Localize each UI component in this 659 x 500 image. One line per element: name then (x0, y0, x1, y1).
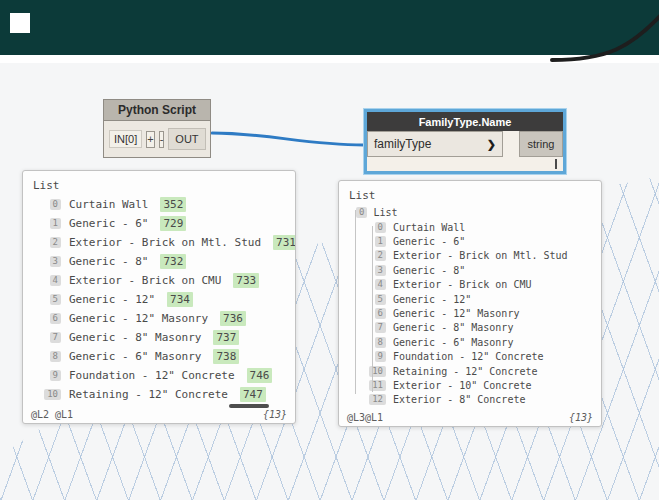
index-badge: 4 (50, 275, 61, 286)
item-label: Generic - 8" Masonry (393, 322, 513, 333)
node-python-body: IN[0] + - OUT (103, 121, 211, 158)
list-item: 1 Generic - 6" (339, 234, 601, 248)
node-python-header[interactable]: Python Script (103, 99, 211, 121)
preview-left-rows: 0 Curtain Wall 352 1 Generic - 6" 729 2 … (23, 195, 295, 404)
list-item: 0 Curtain Wall (339, 220, 601, 234)
remove-input-button[interactable]: - (159, 131, 165, 148)
levels-label: @L2 @L1 (31, 409, 73, 420)
sublist-header: 0 List (339, 205, 601, 220)
app-header-bar (0, 0, 659, 55)
list-item: 8 Generic - 6" Masonry (339, 335, 601, 349)
item-label: Exterior - 10" Concrete (393, 380, 531, 391)
count-label: {13} (569, 412, 593, 423)
node-python-script[interactable]: Python Script IN[0] + - OUT (103, 99, 211, 158)
item-label: Generic - 6" (69, 217, 148, 230)
index-badge: 0 (50, 199, 61, 210)
node-familytype-header[interactable]: FamilyType.Name (367, 112, 563, 131)
logo (10, 13, 30, 33)
item-label: Foundation - 12" Concrete (393, 351, 544, 362)
text-cursor-icon (555, 159, 557, 169)
familytype-output-port[interactable]: string (519, 131, 563, 157)
item-label: Retaining - 12" Concrete (393, 366, 538, 377)
item-value-badge: 746 (247, 368, 273, 383)
scrollbar-thumb[interactable] (229, 404, 269, 408)
index-badge: 5 (375, 294, 386, 305)
preview-bubble-left[interactable]: List 0 Curtain Wall 352 1 Generic - 6" 7… (22, 170, 296, 424)
list-item: 2 Exterior - Brick on Mtl. Stud 731 (23, 233, 295, 252)
index-badge: 9 (375, 351, 386, 362)
item-value-badge: 731 (273, 235, 296, 250)
item-label: Generic - 6" Masonry (393, 337, 513, 348)
index-badge: 7 (50, 332, 61, 343)
item-label: Generic - 8" (393, 265, 465, 276)
index-badge: 3 (50, 256, 61, 267)
list-item: 9 Foundation - 12" Concrete (339, 350, 601, 364)
item-label: Generic - 8" (69, 255, 148, 268)
preview-list-title: List (339, 181, 601, 205)
list-item: 6 Generic - 12" Masonry (339, 306, 601, 320)
preview-list-title: List (23, 171, 295, 195)
list-item: 3 Generic - 8" (339, 263, 601, 277)
item-label: Exterior - Brick on CMU (69, 274, 221, 287)
list-item: 10 Retaining - 12" Concrete (339, 364, 601, 378)
item-label: Exterior - 8" Concrete (393, 394, 525, 405)
item-value-badge: 732 (160, 254, 186, 269)
list-item: 6 Generic - 12" Masonry 736 (23, 309, 295, 328)
tree-line (355, 210, 356, 394)
count-label: {13} (263, 409, 287, 420)
item-label: Curtain Wall (393, 222, 465, 233)
index-badge: 6 (375, 308, 386, 319)
index-badge: 10 (44, 389, 61, 400)
preview-right-footer: @L3@L1 {13} (347, 412, 593, 423)
item-label: Generic - 8" Masonry (69, 331, 201, 344)
item-label: Generic - 6" Masonry (69, 350, 201, 363)
list-item: 11 Exterior - 10" Concrete (339, 378, 601, 392)
item-label: Generic - 12" (69, 293, 155, 306)
item-value-badge: 736 (220, 311, 246, 326)
python-output-port[interactable]: OUT (168, 128, 205, 150)
item-value-badge: 737 (213, 330, 239, 345)
chevron-right-icon[interactable]: ❯ (487, 138, 496, 151)
item-label: Exterior - Brick on Mtl. Stud (69, 236, 261, 249)
item-value-badge: 352 (160, 197, 186, 212)
list-item: 5 Generic - 12" 734 (23, 290, 295, 309)
tree-line (372, 226, 373, 392)
item-label: Foundation - 12" Concrete (69, 369, 235, 382)
familytype-input-port[interactable]: familyType ❯ (367, 131, 503, 157)
index-badge: 3 (375, 265, 386, 276)
index-badge: 8 (375, 337, 386, 348)
list-item: 4 Exterior - Brick on CMU (339, 278, 601, 292)
item-label: Exterior - Brick on Mtl. Stud (393, 250, 568, 261)
python-input-port[interactable]: IN[0] (109, 130, 142, 148)
item-label: Retaining - 12" Concrete (69, 388, 228, 401)
add-input-button[interactable]: + (146, 131, 154, 148)
item-label: Generic - 6" (393, 236, 465, 247)
list-item: 7 Generic - 8" Masonry (339, 321, 601, 335)
item-label: Generic - 12" Masonry (393, 308, 519, 319)
item-value-badge: 733 (233, 273, 259, 288)
node-familytype-name[interactable]: FamilyType.Name familyType ❯ string (364, 109, 566, 174)
index-badge: 0 (375, 222, 386, 233)
list-item: 7 Generic - 8" Masonry 737 (23, 328, 295, 347)
list-item: 10 Retaining - 12" Concrete 747 (23, 385, 295, 404)
list-item: 5 Generic - 12" (339, 292, 601, 306)
index-badge: 2 (375, 250, 386, 261)
index-badge: 2 (50, 237, 61, 248)
levels-label: @L3@L1 (347, 412, 383, 423)
list-item: 3 Generic - 8" 732 (23, 252, 295, 271)
item-label: Generic - 12" Masonry (69, 312, 208, 325)
index-badge: 8 (50, 351, 61, 362)
list-item: 12 Exterior - 8" Concrete (339, 393, 601, 407)
list-item: 9 Foundation - 12" Concrete 746 (23, 366, 295, 385)
list-item: 0 Curtain Wall 352 (23, 195, 295, 214)
item-label: Generic - 12" (393, 294, 471, 305)
index-badge: 4 (375, 279, 386, 290)
item-label: Exterior - Brick on CMU (393, 279, 531, 290)
index-badge: 5 (50, 294, 61, 305)
list-item: 2 Exterior - Brick on Mtl. Stud (339, 249, 601, 263)
node-familytype-body: familyType ❯ string (367, 131, 563, 157)
preview-bubble-right[interactable]: List 0 List 0 Curtain Wall 1 Generic - 6… (338, 180, 602, 427)
list-item: 4 Exterior - Brick on CMU 733 (23, 271, 295, 290)
preview-right-rows: 0 Curtain Wall 1 Generic - 6" 2 Exterior… (339, 220, 601, 407)
item-value-badge: 747 (240, 387, 266, 402)
